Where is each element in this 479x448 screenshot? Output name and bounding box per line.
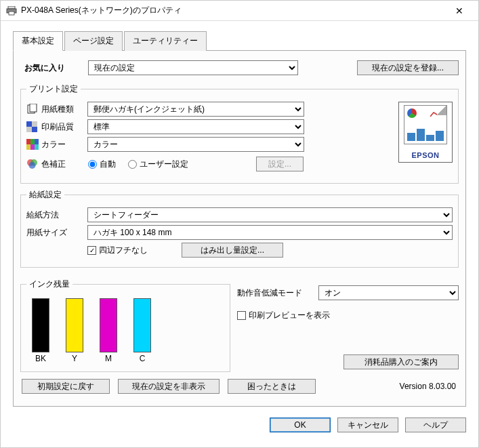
svg-rect-4: [30, 104, 37, 112]
quality-select[interactable]: 標準: [87, 119, 304, 134]
feed-settings-group: 給紙設定 給紙方法 シートフィーダー 用紙サイズ ハガキ 100 x 148 m…: [20, 189, 459, 268]
color-correction-user-radio[interactable]: ユーザー設定: [128, 159, 188, 170]
ink-levels-legend: インク残量: [26, 279, 72, 290]
checkbox-unchecked-icon: [237, 311, 246, 320]
brand-text: EPSON: [411, 151, 439, 159]
svg-rect-12: [26, 144, 30, 150]
svg-rect-7: [26, 127, 32, 132]
hide-settings-button[interactable]: 現在の設定を非表示: [118, 379, 220, 394]
tab-utility[interactable]: ユーティリティー: [124, 31, 207, 51]
svg-rect-8: [32, 127, 37, 132]
feed-method-select[interactable]: シートフィーダー: [87, 207, 453, 222]
color-icon: [26, 139, 39, 150]
color-correction-auto-radio[interactable]: 自動: [88, 159, 116, 170]
svg-rect-9: [26, 139, 30, 144]
restore-defaults-button[interactable]: 初期設定に戻す: [22, 379, 110, 394]
feed-settings-legend: 給紙設定: [26, 189, 64, 201]
cancel-button[interactable]: キャンセル: [337, 418, 398, 432]
quality-icon: [26, 121, 39, 132]
color-select[interactable]: カラー: [87, 137, 304, 152]
tab-basic[interactable]: 基本設定: [13, 31, 63, 51]
tab-page[interactable]: ページ設定: [64, 31, 123, 51]
paper-type-icon: [26, 104, 39, 115]
paper-size-label: 用紙サイズ: [26, 227, 87, 239]
ink-m: M: [100, 298, 117, 363]
troubleshoot-button[interactable]: 困ったときは: [228, 379, 316, 394]
register-favorites-button[interactable]: 現在の設定を登録...: [357, 60, 459, 75]
printer-icon: [6, 6, 17, 16]
color-label: カラー: [26, 139, 87, 150]
print-settings-legend: プリント設定: [26, 83, 81, 95]
svg-rect-11: [35, 139, 39, 144]
titlebar: PX-048A Series(ネットワーク)のプロパティ ✕: [1, 1, 478, 21]
svg-rect-2: [9, 12, 14, 15]
brand-preview: EPSON: [398, 102, 453, 163]
svg-rect-0: [8, 6, 15, 9]
window-title: PX-048A Series(ネットワーク)のプロパティ: [21, 5, 446, 16]
ink-levels-group: インク残量 BK Y M C: [20, 279, 230, 372]
ok-button[interactable]: OK: [270, 418, 331, 432]
version-text: Version 8.03.00: [400, 382, 457, 391]
feed-method-label: 給紙方法: [26, 209, 87, 221]
document-preview-icon: [404, 105, 447, 144]
color-correction-icon: [26, 159, 39, 169]
close-button[interactable]: ✕: [446, 5, 473, 16]
svg-rect-13: [30, 144, 35, 150]
dialog-footer: OK キャンセル ヘルプ: [1, 411, 478, 439]
quiet-mode-label: 動作音低減モード: [237, 287, 318, 299]
svg-rect-14: [35, 144, 39, 150]
color-correction-label: 色補正: [26, 159, 87, 170]
favorites-select[interactable]: 現在の設定: [88, 60, 298, 75]
borderless-checkbox[interactable]: ✓ 四辺フチなし: [87, 245, 148, 256]
color-correction-settings-button: 設定...: [256, 157, 304, 171]
borderless-settings-button[interactable]: はみ出し量設定...: [182, 243, 283, 258]
paper-type-label: 用紙種類: [26, 104, 87, 115]
print-preview-checkbox[interactable]: 印刷プレビューを表示: [237, 310, 330, 321]
quiet-mode-select[interactable]: オン: [318, 285, 459, 300]
ink-y: Y: [66, 298, 83, 363]
print-settings-group: プリント設定 用紙種類 郵便ハガキ(インクジェット紙): [20, 83, 459, 184]
help-button[interactable]: ヘルプ: [405, 418, 466, 432]
checkbox-checked-icon: ✓: [87, 246, 96, 255]
svg-point-17: [29, 162, 36, 169]
svg-rect-5: [26, 121, 32, 127]
tab-bar: 基本設定 ページ設定 ユーティリティー: [13, 30, 466, 51]
quality-label: 印刷品質: [26, 121, 87, 133]
paper-type-select[interactable]: 郵便ハガキ(インクジェット紙): [87, 102, 304, 117]
paper-size-select[interactable]: ハガキ 100 x 148 mm: [87, 225, 453, 240]
favorites-label: お気に入り: [20, 62, 88, 74]
ink-c: C: [133, 298, 151, 363]
svg-rect-10: [30, 139, 35, 144]
svg-rect-6: [32, 121, 37, 127]
ink-bk: BK: [32, 298, 49, 363]
consumables-button[interactable]: 消耗品購入のご案内: [343, 354, 459, 369]
